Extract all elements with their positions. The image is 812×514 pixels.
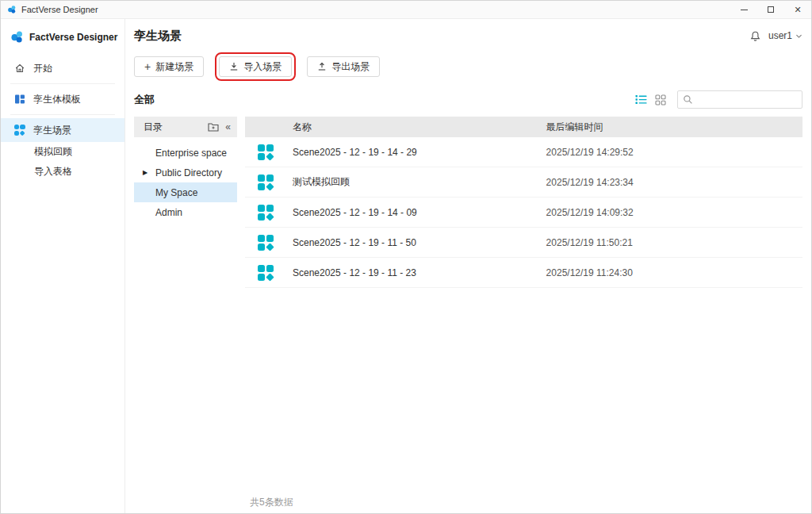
bell-icon bbox=[749, 30, 761, 42]
scene-time: 2025/12/19 14:23:34 bbox=[546, 177, 802, 188]
directory-item-label: Admin bbox=[155, 207, 182, 218]
brand-name: FactVerse Designer bbox=[29, 32, 117, 43]
notification-button[interactable] bbox=[749, 30, 761, 42]
window-controls: ✕ bbox=[730, 1, 811, 18]
scene-icon bbox=[258, 175, 274, 190]
directory-item-label: Public Directory bbox=[155, 167, 222, 178]
export-scene-label: 导出场景 bbox=[331, 60, 370, 74]
sidebar-item-label: 开始 bbox=[33, 62, 52, 75]
user-area: user1 bbox=[749, 30, 802, 42]
maximize-button[interactable] bbox=[757, 1, 784, 18]
scene-icon bbox=[258, 205, 274, 221]
table-row[interactable]: Scene2025 - 12 - 19 - 14 - 09 2025/12/19… bbox=[245, 198, 802, 228]
sidebar-divider bbox=[10, 83, 115, 84]
import-icon bbox=[229, 62, 239, 71]
window-title: FactVerse Designer bbox=[21, 5, 98, 14]
table-header-row: 名称 最后编辑时间 bbox=[245, 117, 802, 137]
table-empty-space bbox=[245, 288, 802, 491]
record-count: 共5条数据 bbox=[245, 491, 802, 513]
directory-title: 目录 bbox=[144, 121, 201, 134]
plus-icon: + bbox=[144, 61, 151, 72]
export-icon bbox=[317, 62, 327, 71]
brand: FactVerse Designer bbox=[1, 27, 124, 56]
twin-scene-icon bbox=[13, 125, 25, 136]
scene-time: 2025/12/19 14:29:52 bbox=[546, 147, 802, 158]
username: user1 bbox=[768, 30, 792, 41]
grid-view-icon bbox=[655, 94, 666, 105]
sidebar-item-label: 孪生体模板 bbox=[33, 93, 81, 106]
table-row[interactable]: Scene2025 - 12 - 19 - 14 - 29 2025/12/19… bbox=[245, 137, 802, 167]
page-title: 孪生场景 bbox=[134, 29, 182, 44]
new-scene-label: 新建场景 bbox=[155, 60, 193, 74]
import-scene-button[interactable]: 导入场景 bbox=[219, 56, 292, 77]
all-filter-label: 全部 bbox=[134, 93, 155, 107]
sidebar-item-start[interactable]: 开始 bbox=[1, 56, 124, 80]
sidebar: FactVerse Designer 开始 孪生体模板 bbox=[1, 19, 125, 513]
window-titlebar: FactVerse Designer ✕ bbox=[1, 1, 811, 19]
twin-template-icon bbox=[13, 94, 25, 105]
home-icon bbox=[13, 63, 25, 74]
grid-view-button[interactable] bbox=[655, 94, 666, 105]
directory-item-label: My Space bbox=[155, 187, 197, 198]
sidebar-item-import-table[interactable]: 导入表格 bbox=[1, 162, 124, 182]
export-scene-button[interactable]: 导出场景 bbox=[307, 56, 380, 77]
sidebar-item-label: 模拟回顾 bbox=[34, 145, 72, 159]
caret-right-icon: ▶ bbox=[143, 169, 147, 176]
sidebar-item-label: 导入表格 bbox=[34, 165, 72, 178]
directory-item[interactable]: ▶ My Space bbox=[134, 182, 237, 202]
search-icon bbox=[683, 94, 693, 105]
directory-list: ▶ Enterprise space ▶ Public Directory ▶ … bbox=[134, 137, 237, 222]
main-header: 孪生场景 user1 bbox=[134, 19, 802, 52]
close-button[interactable]: ✕ bbox=[784, 1, 811, 18]
table-row[interactable]: 测试模拟回顾 2025/12/19 14:23:34 bbox=[245, 167, 802, 198]
list-view-icon bbox=[635, 94, 647, 105]
new-folder-button[interactable] bbox=[208, 122, 219, 132]
scene-name: Scene2025 - 12 - 19 - 11 - 23 bbox=[293, 267, 416, 278]
scene-table-body: Scene2025 - 12 - 19 - 14 - 29 2025/12/19… bbox=[245, 137, 802, 288]
scene-name: Scene2025 - 12 - 19 - 14 - 09 bbox=[293, 207, 417, 218]
scene-name-cell: Scene2025 - 12 - 19 - 14 - 09 bbox=[245, 205, 546, 221]
brand-logo-icon bbox=[10, 30, 24, 44]
import-scene-label: 导入场景 bbox=[243, 60, 282, 74]
chevron-down-icon bbox=[795, 33, 802, 39]
main-area: 孪生场景 user1 bbox=[125, 19, 811, 513]
minimize-icon bbox=[741, 10, 748, 10]
directory-panel: 目录 « ▶ Enterprise space ▶ Public Direct bbox=[134, 117, 237, 513]
toolbar: + 新建场景 导入场景 导出场景 bbox=[134, 52, 802, 87]
sidebar-item-twin-templates[interactable]: 孪生体模板 bbox=[1, 87, 124, 111]
scene-icon bbox=[258, 265, 274, 281]
scene-icon bbox=[258, 144, 274, 160]
scene-time: 2025/12/19 11:24:30 bbox=[546, 267, 802, 278]
directory-item[interactable]: ▶ Public Directory bbox=[134, 163, 237, 182]
app-icon bbox=[7, 5, 17, 14]
user-menu[interactable]: user1 bbox=[768, 30, 802, 41]
directory-item[interactable]: ▶ Admin bbox=[134, 202, 237, 222]
minimize-button[interactable] bbox=[730, 1, 757, 18]
folder-plus-icon bbox=[208, 122, 219, 132]
scene-icon bbox=[258, 235, 274, 251]
scene-name: Scene2025 - 12 - 19 - 11 - 50 bbox=[293, 237, 416, 248]
collapse-panel-button[interactable]: « bbox=[225, 122, 231, 132]
scene-name: Scene2025 - 12 - 19 - 14 - 29 bbox=[293, 147, 417, 158]
sidebar-divider bbox=[10, 114, 115, 115]
column-header-name: 名称 bbox=[245, 121, 546, 134]
titlebar-left: FactVerse Designer bbox=[1, 5, 98, 14]
column-header-time: 最后编辑时间 bbox=[546, 121, 802, 134]
scene-table: 名称 最后编辑时间 Scene2025 - 12 - 19 - 14 - 29 … bbox=[245, 117, 802, 513]
directory-item-label: Enterprise space bbox=[155, 148, 227, 159]
directory-item[interactable]: ▶ Enterprise space bbox=[134, 143, 237, 163]
list-view-button[interactable] bbox=[635, 94, 647, 105]
table-row[interactable]: Scene2025 - 12 - 19 - 11 - 23 2025/12/19… bbox=[245, 258, 802, 288]
maximize-icon bbox=[768, 6, 774, 13]
scene-name-cell: Scene2025 - 12 - 19 - 11 - 50 bbox=[245, 235, 546, 251]
scene-time: 2025/12/19 11:50:21 bbox=[546, 237, 802, 248]
scene-time: 2025/12/19 14:09:32 bbox=[546, 207, 802, 218]
table-row[interactable]: Scene2025 - 12 - 19 - 11 - 50 2025/12/19… bbox=[245, 228, 802, 258]
search-input[interactable] bbox=[677, 90, 802, 109]
scene-name-cell: Scene2025 - 12 - 19 - 14 - 29 bbox=[245, 144, 546, 160]
new-scene-button[interactable]: + 新建场景 bbox=[134, 56, 204, 77]
scene-name-cell: 测试模拟回顾 bbox=[245, 175, 546, 190]
close-icon: ✕ bbox=[794, 5, 801, 15]
sidebar-item-simulation-review[interactable]: 模拟回顾 bbox=[1, 142, 124, 162]
sidebar-item-twin-scenes[interactable]: 孪生场景 bbox=[1, 118, 124, 142]
